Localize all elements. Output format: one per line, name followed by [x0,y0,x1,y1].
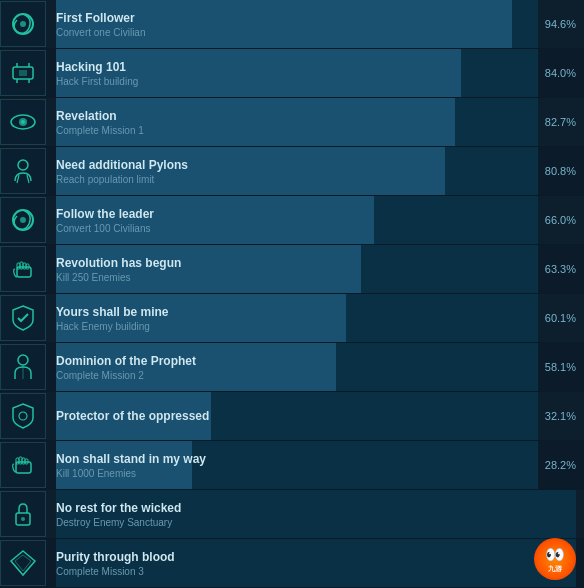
achievement-row-dominion-of-the-prophet: Dominion of the Prophet Complete Mission… [0,343,584,392]
achievement-percent: 63.3% [538,263,576,275]
achievement-title: Purity through blood [56,550,576,564]
achievement-icon-need-additional-pylons [0,148,46,194]
achievement-percent: 66.0% [538,214,576,226]
achievement-percent: 84.0% [538,67,576,79]
achievement-info-revelation: Revelation Complete Mission 1 [56,98,538,146]
achievement-icon-follow-the-leader [0,197,46,243]
achievement-title: No rest for the wicked [56,501,576,515]
svg-point-23 [19,412,27,420]
svg-point-15 [20,217,26,223]
achievement-title: Yours shall be mine [56,305,538,319]
achievement-info-first-follower: First Follower Convert one Civilian [56,0,538,48]
achievement-subtitle: Hack Enemy building [56,321,538,332]
achievement-info-dominion-of-the-prophet: Dominion of the Prophet Complete Mission… [56,343,538,391]
achievement-row-follow-the-leader: Follow the leader Convert 100 Civilians … [0,196,584,245]
achievement-row-non-shall-stand: Non shall stand in my way Kill 1000 Enem… [0,441,584,490]
svg-point-11 [18,160,28,170]
achievement-info-follow-the-leader: Follow the leader Convert 100 Civilians [56,196,538,244]
achievement-title: Dominion of the Prophet [56,354,538,368]
achievement-icon-no-rest-for-the-wicked [0,491,46,537]
svg-line-12 [17,175,19,183]
achievement-title: Hacking 101 [56,60,538,74]
achievement-row-revelation: Revelation Complete Mission 1 82.7% [0,98,584,147]
svg-point-1 [20,21,26,27]
watermark: 👀 九游 [534,538,576,580]
achievement-info-need-additional-pylons: Need additional Pylons Reach population … [56,147,538,195]
achievement-row-protector-of-the-oppressed: Protector of the oppressed 32.1% [0,392,584,441]
achievement-title: Revelation [56,109,538,123]
achievement-icon-revolution-has-begun [0,246,46,292]
achievement-subtitle: Convert 100 Civilians [56,223,538,234]
achievement-subtitle: Complete Mission 2 [56,370,538,381]
svg-rect-7 [19,70,27,76]
svg-point-21 [18,355,28,365]
achievement-title: Revolution has begun [56,256,538,270]
achievement-info-yours-shall-be-mine: Yours shall be mine Hack Enemy building [56,294,538,342]
achievement-row-purity-through-blood: Purity through blood Complete Mission 3 [0,539,584,588]
achievement-subtitle: Complete Mission 3 [56,566,576,577]
achievement-icon-non-shall-stand [0,442,46,488]
achievement-subtitle: Kill 250 Enemies [56,272,538,283]
achievement-info-non-shall-stand: Non shall stand in my way Kill 1000 Enem… [56,441,538,489]
achievement-info-revolution-has-begun: Revolution has begun Kill 250 Enemies [56,245,538,293]
achievement-icon-first-follower [0,1,46,47]
achievement-title: Protector of the oppressed [56,409,538,423]
achievement-subtitle: Destroy Enemy Sanctuary [56,517,576,528]
watermark-logo: 👀 九游 [545,545,565,574]
svg-point-30 [21,517,25,521]
achievement-percent: 80.8% [538,165,576,177]
achievement-subtitle: Reach population limit [56,174,538,185]
achievement-row-no-rest-for-the-wicked: No rest for the wicked Destroy Enemy San… [0,490,584,539]
achievement-icon-revelation [0,99,46,145]
achievement-icon-yours-shall-be-mine [0,295,46,341]
achievement-info-no-rest-for-the-wicked: No rest for the wicked Destroy Enemy San… [56,490,576,538]
achievement-icon-protector-of-the-oppressed [0,393,46,439]
achievement-subtitle: Complete Mission 1 [56,125,538,136]
achievement-row-yours-shall-be-mine: Yours shall be mine Hack Enemy building … [0,294,584,343]
achievement-row-hacking-101: Hacking 101 Hack First building 84.0% [0,49,584,98]
achievement-row-first-follower: First Follower Convert one Civilian 94.6… [0,0,584,49]
achievement-info-protector-of-the-oppressed: Protector of the oppressed [56,392,538,440]
achievement-subtitle: Kill 1000 Enemies [56,468,538,479]
achievements-list: First Follower Convert one Civilian 94.6… [0,0,584,588]
achievement-subtitle: Hack First building [56,76,538,87]
achievement-icon-dominion-of-the-prophet [0,344,46,390]
achievement-row-revolution-has-begun: Revolution has begun Kill 250 Enemies 63… [0,245,584,294]
achievement-row-need-additional-pylons: Need additional Pylons Reach population … [0,147,584,196]
achievement-info-hacking-101: Hacking 101 Hack First building [56,49,538,97]
achievement-subtitle: Convert one Civilian [56,27,538,38]
achievement-percent: 32.1% [538,410,576,422]
achievement-icon-purity-through-blood [0,540,46,586]
achievement-title: Follow the leader [56,207,538,221]
achievement-percent: 28.2% [538,459,576,471]
achievement-title: First Follower [56,11,538,25]
achievement-info-purity-through-blood: Purity through blood Complete Mission 3 [56,539,576,587]
achievement-title: Non shall stand in my way [56,452,538,466]
achievement-percent: 60.1% [538,312,576,324]
svg-point-10 [21,120,25,124]
achievement-percent: 94.6% [538,18,576,30]
achievement-title: Need additional Pylons [56,158,538,172]
achievement-percent: 82.7% [538,116,576,128]
achievement-percent: 58.1% [538,361,576,373]
achievement-icon-hacking-101 [0,50,46,96]
svg-line-13 [27,175,29,183]
